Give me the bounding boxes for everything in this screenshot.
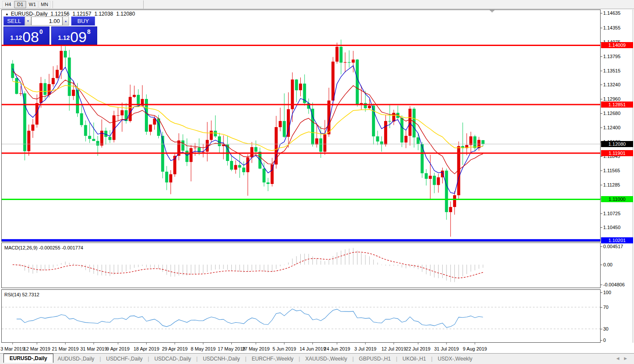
indicator-axis-tick-mark	[601, 329, 602, 329]
price-axis-tick: 1.11565	[603, 168, 620, 173]
tab-audusd-daily[interactable]: AUDUSD-,Daily	[53, 354, 99, 363]
price-axis-tick: 1.13240	[603, 82, 621, 87]
price-axis-tick-mark	[601, 13, 602, 13]
toolbar-separator	[143, 0, 144, 9]
price-axis-tick-mark	[601, 28, 602, 28]
timeframe-button-w1[interactable]: W1	[26, 1, 38, 8]
tab-separator: |	[351, 356, 355, 362]
price-axis-tick-mark	[601, 213, 602, 214]
tab-separator: |	[430, 356, 434, 362]
tab-separator: |	[99, 356, 102, 362]
price-axis-tick-mark	[601, 128, 602, 128]
indicator-axis-tick: 0	[603, 338, 606, 343]
timeframe-button-group: H4D1W1MN	[2, 1, 51, 8]
ohlc-low: 1.12038	[94, 11, 113, 17]
chart-tabs: EURUSD-,DailyAUDUSD-,Daily|USDCHF-,Daily…	[3, 354, 477, 363]
price-axis-tick: 1.13515	[603, 68, 621, 73]
price-axis-tick: 1.11285	[603, 182, 620, 187]
indicator-axis-tick-mark	[601, 340, 602, 341]
tab-usdx-weekly[interactable]: USDX-,Weekly	[434, 354, 477, 363]
indicator-axis-tick: 100	[603, 290, 611, 295]
tab-separator: |	[244, 356, 247, 362]
current-price-badge: 1.12080	[601, 141, 633, 147]
indicator-axis-tick-mark	[601, 292, 602, 293]
indicator-axis-tick: 30	[603, 326, 608, 331]
indicator-axis-tick: 0.00	[603, 262, 612, 267]
price-axis-tick-mark	[601, 171, 602, 171]
indicator-axis-tick-mark	[601, 265, 602, 265]
price-axis-tick: 1.12680	[603, 111, 621, 116]
indicator-axis-tick-mark	[601, 307, 602, 308]
tab-separator: |	[298, 356, 301, 362]
ohlc-open: 1.12156	[51, 11, 69, 17]
chevron-down-icon: ▼	[26, 20, 30, 23]
timeframe-button-d1[interactable]: D1	[14, 1, 26, 8]
timeframe-button-h4[interactable]: H4	[2, 1, 14, 8]
tab-separator: |	[147, 356, 150, 362]
chart-tab-bar: EURUSD-,DailyAUDUSD-,Daily|USDCHF-,Daily…	[0, 353, 634, 364]
price-axis-tick-mark	[601, 227, 602, 228]
toolbar-separator	[53, 1, 53, 8]
tab-scroll-left-icon[interactable]: ◀	[616, 356, 619, 361]
date-axis-label: 9 Aug 2019	[455, 346, 494, 351]
tab-eurchf-weekly[interactable]: EURCHF-,Weekly	[247, 354, 298, 363]
sell-price-pip-digit: 0	[39, 28, 43, 35]
price-level-badge: 1.11000	[601, 196, 633, 202]
symbol-title: EURUSD-,Daily	[11, 11, 48, 17]
chart-info-line: ▲ EURUSD-,Daily 1.12156 1.12157 1.12038 …	[5, 11, 138, 17]
price-axis-tick: 1.10725	[603, 211, 621, 216]
volume-increase-button[interactable]: ▲	[62, 16, 69, 26]
sell-price-big-digits: 08	[23, 30, 39, 43]
price-level-badge: 1.11901	[601, 150, 633, 156]
price-axis-tick-mark	[601, 185, 602, 185]
macd-label: MACD(12,26,9) -0.000255 -0.001774	[4, 245, 83, 250]
buy-price-display[interactable]: 1.12 09 8	[51, 26, 97, 45]
price-axis-tick-mark	[601, 113, 602, 114]
timeframe-button-mn[interactable]: MN	[39, 1, 50, 8]
tab-separator: |	[395, 356, 398, 362]
top-toolbar: H4D1W1MN	[0, 0, 634, 9]
tab-xauusd-weekly[interactable]: XAUUSD-,Weekly	[301, 354, 351, 363]
price-axis-tick: 1.12400	[603, 125, 621, 130]
price-axis-tick-mark	[601, 99, 602, 99]
tab-scroll-arrows: ◀ ▶	[616, 356, 627, 361]
tab-usdchf-daily[interactable]: USDCHF-,Daily	[102, 354, 147, 363]
volume-input[interactable]	[31, 16, 62, 26]
tab-ukoil-h1[interactable]: UKOil-,H1	[398, 354, 430, 363]
buy-price-big-digits: 09	[70, 30, 87, 43]
buy-price-prefix: 1.12	[58, 34, 70, 41]
tab-usdcad-daily[interactable]: USDCAD-,Daily	[150, 354, 196, 363]
price-level-badge: 1.10201	[601, 237, 633, 243]
sell-button[interactable]: SELL	[3, 16, 25, 26]
tab-gbpusd-h1[interactable]: GBPUSD-,H1	[355, 354, 395, 363]
indicator-axis-tick: 70	[603, 305, 608, 310]
tab-scroll-right-icon[interactable]: ▶	[624, 356, 627, 361]
tab-separator: |	[195, 356, 198, 362]
price-axis-tick: 1.13795	[603, 54, 621, 59]
price-axis-tick-mark	[601, 85, 602, 85]
volume-decrease-button[interactable]: ▼	[25, 16, 31, 26]
tab-usdcnh-daily[interactable]: USDCNH-,Daily	[198, 354, 244, 363]
price-axis-tick: 1.12960	[603, 96, 621, 102]
buy-price-pip-digit: 8	[87, 28, 91, 35]
tab-eurusd-daily[interactable]: EURUSD-,Daily	[3, 354, 53, 363]
price-axis-tick: 1.14635	[603, 10, 621, 16]
ohlc-high: 1.12157	[72, 11, 91, 17]
price-axis-tick: 1.10450	[603, 225, 621, 230]
price-level-badge: 1.14009	[601, 42, 633, 48]
sell-price-display[interactable]: 1.12 08 0	[3, 26, 49, 45]
indicator-axis-tick-mark	[601, 285, 602, 285]
price-axis-tick-mark	[601, 71, 602, 71]
buy-button[interactable]: BUY	[71, 16, 95, 26]
price-level-badge: 1.12851	[601, 102, 633, 108]
sell-price-prefix: 1.12	[10, 34, 22, 41]
rsi-label: RSI(14) 52.7312	[4, 292, 39, 297]
one-click-trading-panel: SELL ▼ ▲ BUY 1.12 08 0 1.12 09 8	[3, 16, 97, 45]
ohlc-close: 1.12080	[116, 11, 135, 17]
indicator-axis-tick: 0.004517	[603, 244, 623, 249]
chevron-up-icon: ▲	[64, 20, 67, 23]
price-axis-tick: 1.14355	[603, 25, 621, 30]
price-axis-tick-mark	[601, 56, 602, 57]
indicator-axis-tick-mark	[601, 246, 602, 247]
symbol-marker-icon: ▲	[5, 12, 9, 16]
